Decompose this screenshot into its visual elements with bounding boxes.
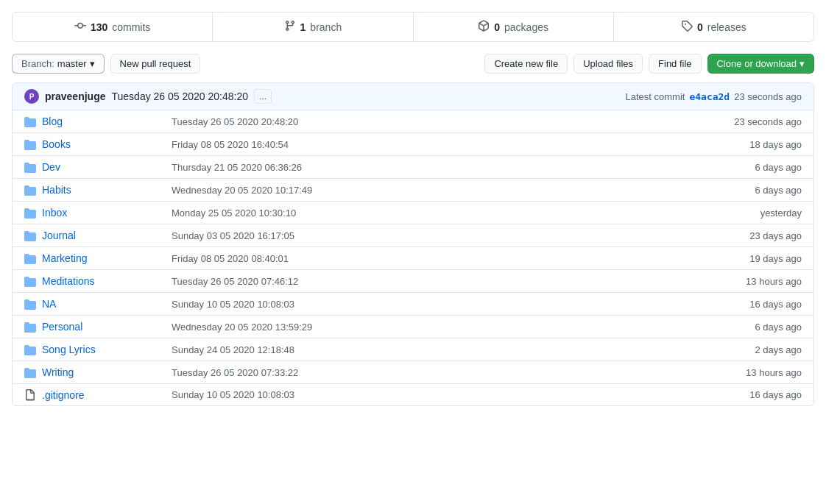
file-name-col: Blog: [24, 115, 172, 128]
new-pull-request-button[interactable]: New pull request: [110, 54, 201, 74]
file-commit-col: Friday 08 05 2020 16:40:54: [172, 139, 691, 150]
file-name-col: .gitignore: [24, 388, 172, 401]
file-time-col: 13 hours ago: [691, 276, 802, 287]
commit-author[interactable]: praveenjuge: [45, 90, 105, 102]
toolbar-right: Create new file Upload files Find file C…: [484, 54, 814, 74]
folder-icon: [24, 366, 36, 379]
branch-dropdown-icon: ▾: [90, 58, 95, 69]
clone-or-download-button[interactable]: Clone or download ▾: [707, 54, 814, 74]
file-time-col: 2 days ago: [691, 344, 802, 355]
file-link[interactable]: Song Lyrics: [42, 344, 96, 355]
avatar: P: [24, 89, 39, 104]
file-time-col: 23 days ago: [691, 230, 802, 241]
commits-label: commits: [112, 21, 150, 33]
file-name-col: NA: [24, 297, 172, 310]
file-name-col: Inbox: [24, 206, 172, 219]
file-link[interactable]: Writing: [42, 366, 74, 378]
stats-bar: 130 commits 1 branch 0 packages: [12, 12, 814, 42]
table-row: NA Sunday 10 05 2020 10:08:03 16 days ag…: [13, 293, 813, 316]
branch-value: master: [57, 58, 87, 69]
file-time-col: 16 days ago: [691, 389, 802, 400]
file-link[interactable]: Inbox: [42, 207, 67, 219]
clone-label: Clone or download: [717, 58, 797, 69]
folder-icon: [24, 115, 36, 128]
commit-message: Tuesday 26 05 2020 20:48:20: [111, 90, 248, 102]
releases-label: releases: [707, 21, 746, 33]
folder-icon: [24, 229, 36, 242]
releases-stat[interactable]: 0 releases: [614, 13, 813, 41]
commits-stat[interactable]: 130 commits: [13, 13, 213, 41]
table-row: Writing Tuesday 26 05 2020 07:33:22 13 h…: [13, 361, 813, 384]
file-rows: Blog Tuesday 26 05 2020 20:48:20 23 seco…: [13, 110, 813, 405]
table-row: Books Friday 08 05 2020 16:40:54 18 days…: [13, 133, 813, 156]
folder-icon: [24, 343, 36, 356]
file-time-col: yesterday: [691, 207, 802, 219]
file-commit-col: Monday 25 05 2020 10:30:10: [172, 207, 691, 219]
file-time-col: 6 days ago: [691, 185, 802, 196]
file-link[interactable]: Habits: [42, 184, 71, 196]
folder-icon: [24, 252, 36, 265]
file-time-col: 16 days ago: [691, 299, 802, 310]
table-row: Blog Tuesday 26 05 2020 20:48:20 23 seco…: [13, 110, 813, 133]
file-time-col: 23 seconds ago: [691, 116, 802, 127]
branches-icon: [284, 20, 296, 34]
file-icon: [24, 388, 36, 401]
folder-icon: [24, 138, 36, 151]
file-link[interactable]: .gitignore: [42, 389, 85, 401]
table-row: Habits Wednesday 20 05 2020 10:17:49 6 d…: [13, 179, 813, 202]
branches-count: 1: [300, 21, 306, 33]
file-link[interactable]: Journal: [42, 230, 76, 241]
file-commit-col: Sunday 10 05 2020 10:08:03: [172, 389, 691, 400]
table-row: Dev Thursday 21 05 2020 06:36:26 6 days …: [13, 156, 813, 179]
commit-ellipsis-button[interactable]: ...: [254, 89, 272, 104]
file-name-col: Dev: [24, 160, 172, 174]
releases-count: 0: [697, 21, 703, 33]
file-time-col: 13 hours ago: [691, 367, 802, 378]
commit-time: 23 seconds ago: [734, 91, 802, 102]
file-name-col: Personal: [24, 320, 172, 333]
folder-icon: [24, 206, 36, 219]
file-link[interactable]: Meditations: [42, 275, 95, 287]
packages-stat[interactable]: 0 packages: [414, 13, 614, 41]
file-name-col: Marketing: [24, 252, 172, 265]
file-time-col: 6 days ago: [691, 322, 802, 333]
commit-header-row: P praveenjuge Tuesday 26 05 2020 20:48:2…: [13, 83, 813, 110]
file-commit-col: Sunday 24 05 2020 12:18:48: [172, 344, 691, 355]
file-link[interactable]: Books: [42, 138, 71, 150]
table-row: Journal Sunday 03 05 2020 16:17:05 23 da…: [13, 224, 813, 247]
branch-selector[interactable]: Branch: master ▾: [12, 54, 105, 74]
packages-count: 0: [494, 21, 500, 33]
file-name-col: Journal: [24, 229, 172, 242]
file-time-col: 6 days ago: [691, 162, 802, 173]
branch-label: Branch:: [21, 58, 54, 69]
commit-right: Latest commit e4aca2d 23 seconds ago: [625, 91, 802, 102]
avatar-initials: P: [29, 93, 35, 101]
folder-icon: [24, 160, 36, 174]
table-row: Meditations Tuesday 26 05 2020 07:46:12 …: [13, 270, 813, 293]
table-row: Personal Wednesday 20 05 2020 13:59:29 6…: [13, 316, 813, 338]
packages-label: packages: [504, 21, 548, 33]
file-commit-col: Sunday 03 05 2020 16:17:05: [172, 230, 691, 241]
file-time-col: 18 days ago: [691, 139, 802, 150]
file-link[interactable]: Dev: [42, 161, 60, 173]
branches-stat[interactable]: 1 branch: [213, 13, 413, 41]
table-row: Song Lyrics Sunday 24 05 2020 12:18:48 2…: [13, 338, 813, 361]
toolbar: Branch: master ▾ New pull request Create…: [12, 54, 814, 74]
file-name-col: Books: [24, 138, 172, 151]
find-file-button[interactable]: Find file: [649, 54, 702, 74]
branches-label: branch: [310, 21, 342, 33]
commit-hash[interactable]: e4aca2d: [689, 91, 730, 102]
file-link[interactable]: Marketing: [42, 252, 87, 264]
file-link[interactable]: Blog: [42, 116, 63, 127]
file-commit-col: Sunday 10 05 2020 10:08:03: [172, 299, 691, 310]
file-name-col: Writing: [24, 366, 172, 379]
file-commit-col: Tuesday 26 05 2020 07:46:12: [172, 276, 691, 287]
create-new-file-button[interactable]: Create new file: [484, 54, 568, 74]
commit-left: P praveenjuge Tuesday 26 05 2020 20:48:2…: [24, 89, 272, 104]
file-name-col: Song Lyrics: [24, 343, 172, 356]
upload-files-button[interactable]: Upload files: [573, 54, 643, 74]
file-link[interactable]: NA: [42, 298, 56, 310]
file-commit-col: Wednesday 20 05 2020 13:59:29: [172, 322, 691, 333]
file-name-col: Habits: [24, 183, 172, 196]
file-link[interactable]: Personal: [42, 321, 82, 333]
